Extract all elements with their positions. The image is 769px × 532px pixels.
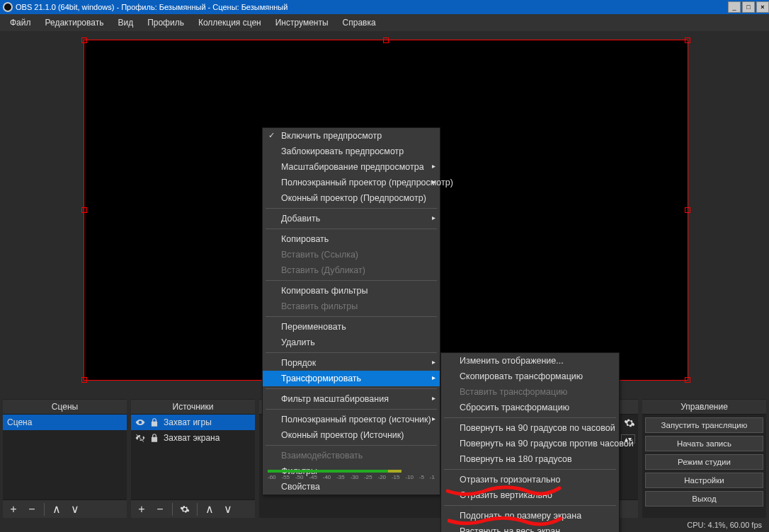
control-button[interactable]: Настройки xyxy=(645,473,763,488)
context-menu-item: Взаимодействовать xyxy=(263,448,440,463)
sources-panel: Источники Захват игрыЗахват экрана + − ∧… xyxy=(131,399,255,518)
context-menu-item[interactable]: Порядок xyxy=(263,355,440,371)
minimize-button[interactable]: _ xyxy=(728,1,741,13)
scenes-header: Сцены xyxy=(3,400,127,415)
window-titlebar: OBS 21.1.0 (64bit, windows) - Профиль: Б… xyxy=(0,0,769,14)
context-menu-item: Вставить (Дубликат) xyxy=(263,262,440,278)
context-menu-item[interactable]: Копировать фильтры xyxy=(263,283,440,299)
source-item[interactable]: Захват игры xyxy=(131,415,255,430)
context-menu-item[interactable]: Копировать xyxy=(263,231,440,247)
context-menu-item[interactable]: Скопировать трансформацию xyxy=(441,369,619,384)
context-menu-item[interactable]: Добавить xyxy=(263,211,440,226)
menu-инструменты[interactable]: Инструменты xyxy=(268,16,336,30)
context-menu-item[interactable]: Полноэкранный проектор (источник) xyxy=(263,412,440,427)
lock-icon[interactable] xyxy=(149,417,159,427)
status-text: CPU: 4.1%, 60.00 fps xyxy=(687,521,762,529)
scenes-panel: Сцены Сцена + − ∧ ∨ xyxy=(3,399,127,518)
context-menu-item: Вставить трансформацию xyxy=(441,384,619,400)
source-down-button[interactable]: ∨ xyxy=(220,502,236,517)
scene-item[interactable]: Сцена xyxy=(3,415,127,430)
context-menu-item[interactable]: Фильтр масштабирования xyxy=(263,391,440,407)
context-menu-item[interactable]: Повернуть на 90 градусов по часовой xyxy=(441,420,619,436)
visibility-on-icon[interactable] xyxy=(135,417,145,427)
obs-icon xyxy=(3,2,13,12)
context-menu-item[interactable]: Оконный проектор (Предпросмотр) xyxy=(263,190,440,206)
menu-коллекция сцен[interactable]: Коллекция сцен xyxy=(191,16,268,30)
context-menu-item: Вставить (Ссылка) xyxy=(263,247,440,262)
menu-файл[interactable]: Файл xyxy=(3,16,38,30)
control-button[interactable]: Режим студии xyxy=(645,454,763,470)
source-label: Захват экрана xyxy=(164,433,220,443)
source-label: Захват игры xyxy=(164,417,212,427)
audio-meter: -60-55-50-45-40-35-30-25-20-15-10-5-1 xyxy=(268,470,435,484)
remove-source-button[interactable]: − xyxy=(152,502,168,517)
context-menu-item[interactable]: Масштабирование предпросмотра xyxy=(263,159,440,175)
transition-settings-icon[interactable] xyxy=(624,417,635,432)
control-button[interactable]: Запустить трансляцию xyxy=(645,417,763,433)
context-menu-item[interactable]: Изменить отображение... xyxy=(441,353,619,369)
context-menu-item[interactable]: Трансформировать xyxy=(263,371,440,386)
context-menu-item[interactable]: Полноэкранный проектор (предпросмотр) xyxy=(263,175,440,190)
controls-panel: Управление Запустить трансляциюНачать за… xyxy=(642,399,766,518)
close-button[interactable]: × xyxy=(756,1,769,13)
menubar: ФайлРедактироватьВидПрофильКоллекция сце… xyxy=(0,14,769,31)
context-menu-item[interactable]: Растянуть на весь экран xyxy=(441,524,619,532)
source-item[interactable]: Захват экрана xyxy=(131,430,255,446)
context-menu[interactable]: Включить предпросмотрЗаблокировать предп… xyxy=(262,127,440,495)
control-button[interactable]: Выход xyxy=(645,491,763,507)
context-menu-item[interactable]: Подогнать по размеру экрана xyxy=(441,508,619,524)
context-menu-item: Вставить фильтры xyxy=(263,299,440,314)
maximize-button[interactable]: □ xyxy=(742,1,755,13)
context-menu-item[interactable]: Удалить xyxy=(263,335,440,350)
context-menu-item[interactable]: Переименовать xyxy=(263,319,440,335)
scene-down-button[interactable]: ∨ xyxy=(67,502,83,517)
add-scene-button[interactable]: + xyxy=(6,502,21,517)
status-bar: CPU: 4.1%, 60.00 fps xyxy=(0,518,769,532)
menu-профиль[interactable]: Профиль xyxy=(140,16,191,30)
add-source-button[interactable]: + xyxy=(134,502,149,517)
sources-header: Источники xyxy=(131,400,255,415)
transform-submenu[interactable]: Изменить отображение...Скопировать транс… xyxy=(440,352,620,532)
context-menu-item[interactable]: Отразить горизонтально xyxy=(441,472,619,487)
visibility-off-icon[interactable] xyxy=(135,433,145,443)
menu-редактировать[interactable]: Редактировать xyxy=(38,16,111,30)
context-menu-item[interactable]: Заблокировать предпросмотр xyxy=(263,144,440,159)
menu-вид[interactable]: Вид xyxy=(110,16,140,30)
control-button[interactable]: Начать запись xyxy=(645,436,763,451)
context-menu-item[interactable]: Повернуть на 90 градусов против часовой xyxy=(441,436,619,451)
context-menu-item[interactable]: Повернуть на 180 градусов xyxy=(441,451,619,467)
remove-scene-button[interactable]: − xyxy=(24,502,40,517)
context-menu-item[interactable]: Оконный проектор (Источник) xyxy=(263,427,440,443)
context-menu-item[interactable]: Отразить вертикально xyxy=(441,487,619,503)
source-up-button[interactable]: ∧ xyxy=(202,502,217,517)
menu-справка[interactable]: Справка xyxy=(336,16,383,30)
source-settings-button[interactable] xyxy=(177,502,193,517)
window-title: OBS 21.1.0 (64bit, windows) - Профиль: Б… xyxy=(16,3,727,11)
scene-up-button[interactable]: ∧ xyxy=(49,502,64,517)
context-menu-item[interactable]: Включить предпросмотр xyxy=(263,128,440,144)
context-menu-item[interactable]: Сбросить трансформацию xyxy=(441,400,619,415)
controls-header: Управление xyxy=(642,400,766,415)
lock-icon[interactable] xyxy=(149,433,159,443)
